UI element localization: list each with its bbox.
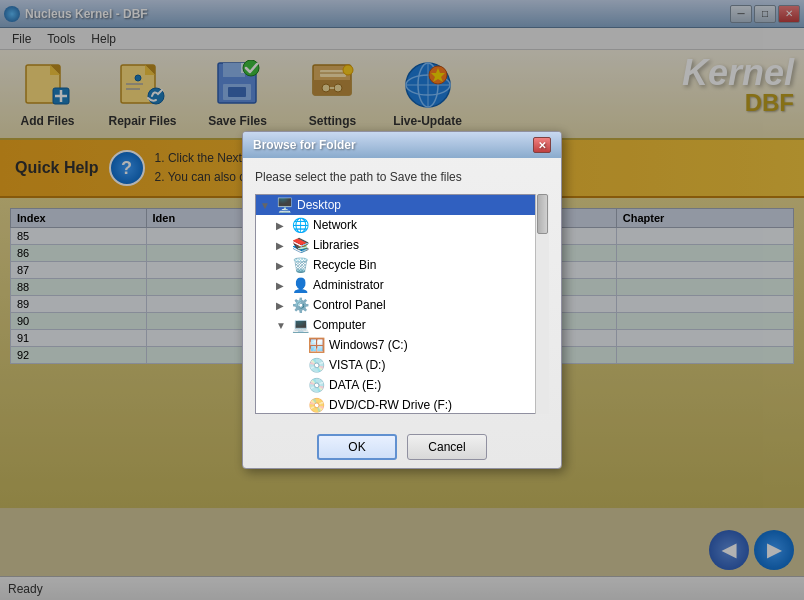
tree-item-windows7[interactable]: 🪟Windows7 (C:) <box>256 335 548 355</box>
expand-computer[interactable]: ▼ <box>276 320 288 331</box>
dialog-prompt: Please select the path to Save the files <box>255 170 549 184</box>
expand-libraries[interactable]: ▶ <box>276 240 288 251</box>
dialog-title-text: Browse for Folder <box>253 138 356 152</box>
dialog-close-button[interactable]: ✕ <box>533 137 551 153</box>
expand-network[interactable]: ▶ <box>276 220 288 231</box>
dialog-title-bar: Browse for Folder ✕ <box>243 132 561 158</box>
tree-icon-administrator: 👤 <box>292 277 309 293</box>
tree-icon-control-panel: ⚙️ <box>292 297 309 313</box>
tree-label-dvd: DVD/CD-RW Drive (F:) <box>329 398 452 412</box>
dialog-footer: OK Cancel <box>243 426 561 468</box>
tree-icon-network: 🌐 <box>292 217 309 233</box>
tree-label-network: Network <box>313 218 357 232</box>
tree-item-control-panel[interactable]: ▶⚙️Control Panel <box>256 295 548 315</box>
tree-icon-windows7: 🪟 <box>308 337 325 353</box>
tree-label-control-panel: Control Panel <box>313 298 386 312</box>
tree-label-recycle-bin: Recycle Bin <box>313 258 376 272</box>
tree-scrollbar-thumb[interactable] <box>537 194 548 234</box>
tree-label-desktop: Desktop <box>297 198 341 212</box>
tree-label-vista: VISTA (D:) <box>329 358 385 372</box>
tree-label-data: DATA (E:) <box>329 378 381 392</box>
tree-scrollbar[interactable] <box>535 194 549 414</box>
cancel-button[interactable]: Cancel <box>407 434 487 460</box>
tree-icon-dvd: 📀 <box>308 397 325 413</box>
tree-item-libraries[interactable]: ▶📚Libraries <box>256 235 548 255</box>
tree-icon-desktop: 🖥️ <box>276 197 293 213</box>
tree-label-computer: Computer <box>313 318 366 332</box>
tree-icon-vista: 💿 <box>308 357 325 373</box>
tree-icon-recycle-bin: 🗑️ <box>292 257 309 273</box>
expand-administrator[interactable]: ▶ <box>276 280 288 291</box>
folder-tree[interactable]: ▼🖥️Desktop▶🌐Network▶📚Libraries▶🗑️Recycle… <box>255 194 549 414</box>
expand-recycle-bin[interactable]: ▶ <box>276 260 288 271</box>
tree-item-recycle-bin[interactable]: ▶🗑️Recycle Bin <box>256 255 548 275</box>
dialog-overlay: Browse for Folder ✕ Please select the pa… <box>0 0 804 600</box>
tree-icon-libraries: 📚 <box>292 237 309 253</box>
tree-item-data[interactable]: 💿DATA (E:) <box>256 375 548 395</box>
browse-folder-dialog: Browse for Folder ✕ Please select the pa… <box>242 131 562 469</box>
tree-item-desktop[interactable]: ▼🖥️Desktop <box>256 195 548 215</box>
ok-button[interactable]: OK <box>317 434 397 460</box>
tree-label-administrator: Administrator <box>313 278 384 292</box>
tree-item-dvd[interactable]: 📀DVD/CD-RW Drive (F:) <box>256 395 548 414</box>
tree-icon-data: 💿 <box>308 377 325 393</box>
dialog-body: Please select the path to Save the files… <box>243 158 561 426</box>
tree-item-computer[interactable]: ▼💻Computer <box>256 315 548 335</box>
tree-item-vista[interactable]: 💿VISTA (D:) <box>256 355 548 375</box>
expand-control-panel[interactable]: ▶ <box>276 300 288 311</box>
tree-label-libraries: Libraries <box>313 238 359 252</box>
tree-icon-computer: 💻 <box>292 317 309 333</box>
tree-item-network[interactable]: ▶🌐Network <box>256 215 548 235</box>
tree-item-administrator[interactable]: ▶👤Administrator <box>256 275 548 295</box>
folder-tree-wrap: ▼🖥️Desktop▶🌐Network▶📚Libraries▶🗑️Recycle… <box>255 194 549 414</box>
tree-label-windows7: Windows7 (C:) <box>329 338 408 352</box>
expand-desktop[interactable]: ▼ <box>260 200 272 211</box>
